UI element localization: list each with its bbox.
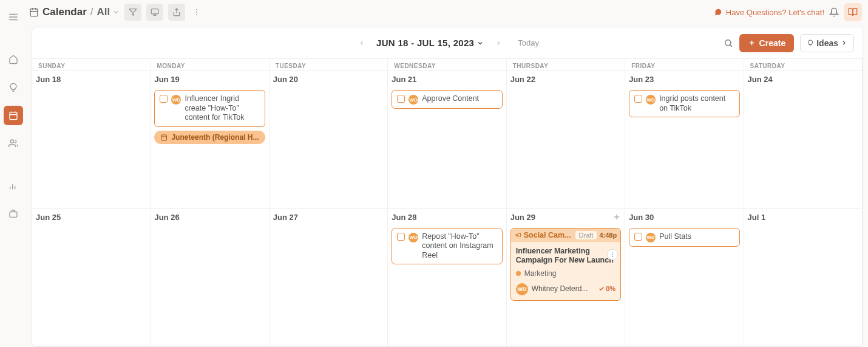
svg-point-21 — [196, 9, 197, 10]
day-header: SATURDAY — [744, 59, 863, 70]
more-button[interactable] — [190, 4, 203, 21]
search-button[interactable] — [724, 38, 733, 48]
calendar-day[interactable]: Jun 19WDInfluencer Ingrid create "How-To… — [151, 71, 269, 208]
task-text: Repost "How-To" content on Instagram Ree… — [422, 232, 497, 261]
assets-nav-icon[interactable] — [4, 204, 23, 224]
svg-point-32 — [612, 252, 613, 253]
calendar-day[interactable]: Jun 23WDIngrid posts content on TikTok — [625, 71, 744, 208]
svg-point-22 — [196, 12, 197, 13]
chat-link[interactable]: Have Questions? Let's chat! — [714, 8, 824, 17]
help-book-button[interactable] — [844, 3, 862, 21]
analytics-nav-icon[interactable] — [4, 176, 23, 196]
campaign-time: 4:48p — [599, 232, 617, 239]
calendar-day[interactable]: Jun 22 — [507, 71, 625, 208]
campaign-owner: Whitney Deterd... — [532, 284, 595, 293]
task-checkbox[interactable] — [397, 233, 405, 241]
calendar-nav-icon[interactable] — [4, 106, 23, 125]
calendar-container: JUN 18 - JUL 15, 2023 Today Create — [32, 27, 863, 347]
prev-range-button[interactable] — [356, 37, 368, 49]
ideas-button[interactable]: Ideas — [800, 34, 854, 52]
campaign-card[interactable]: Social Cam...Draft4:48pInfluencer Market… — [510, 228, 621, 301]
notifications-icon[interactable] — [829, 7, 839, 17]
ideas-button-label: Ideas — [816, 38, 838, 48]
svg-rect-28 — [161, 135, 167, 140]
svg-point-33 — [612, 254, 613, 255]
svg-point-34 — [612, 256, 613, 257]
topbar: Calendar / All Have Questions? Let's cha… — [27, 0, 868, 24]
day-date-label: Jul 1 — [748, 213, 858, 222]
create-button[interactable]: Create — [739, 34, 795, 52]
day-date-label: Jun 27 — [273, 213, 384, 222]
holiday-label: Juneteenth (Regional H... — [171, 133, 259, 142]
display-button[interactable] — [146, 4, 163, 21]
owner-avatar: WD — [516, 283, 528, 295]
task-checkbox[interactable] — [634, 95, 642, 103]
owner-avatar: WD — [409, 95, 418, 105]
calendar-day[interactable]: Jun 26 — [151, 209, 269, 346]
day-date-label: Jun 29 — [510, 213, 621, 222]
owner-avatar: WD — [646, 233, 656, 242]
breadcrumb-scope[interactable]: All — [97, 6, 110, 18]
day-date-label: Jun 25 — [36, 213, 146, 222]
day-date-label: Jun 19 — [154, 75, 265, 84]
task-card[interactable]: WDInfluencer Ingrid create "How-To" cont… — [154, 90, 265, 127]
share-button[interactable] — [168, 4, 185, 21]
day-header: WEDNESDAY — [388, 59, 506, 70]
chevron-down-icon[interactable] — [112, 9, 120, 16]
owner-avatar: WD — [171, 95, 181, 105]
calendar-day[interactable]: Jun 29Social Cam...Draft4:48pInfluencer … — [507, 209, 625, 346]
day-date-label: Jun 21 — [392, 75, 502, 84]
day-date-label: Jun 23 — [629, 75, 739, 84]
task-card[interactable]: WDPull Stats — [629, 228, 739, 247]
sidebar — [0, 0, 27, 347]
day-date-label: Jun 26 — [154, 213, 265, 222]
calendar-week: Jun 25Jun 26Jun 27Jun 28WDRepost "How-To… — [32, 209, 863, 347]
chevron-down-icon — [476, 40, 484, 47]
calendar-day[interactable]: Jul 1 — [744, 209, 863, 346]
day-date-label: Jun 18 — [36, 75, 146, 84]
campaign-progress: 0% — [598, 285, 615, 292]
filter-button[interactable] — [124, 4, 141, 21]
team-nav-icon[interactable] — [4, 134, 23, 153]
task-checkbox[interactable] — [160, 95, 168, 103]
breadcrumb: Calendar / All — [29, 6, 120, 18]
today-button[interactable]: Today — [518, 38, 539, 47]
day-date-label: Jun 24 — [748, 75, 858, 84]
day-header: TUESDAY — [270, 59, 388, 70]
calendar-day[interactable]: Jun 24 — [744, 71, 863, 208]
task-checkbox[interactable] — [634, 233, 642, 241]
holiday-pill[interactable]: Juneteenth (Regional H... — [154, 131, 265, 144]
campaign-more-button[interactable] — [607, 249, 618, 260]
calendar-day[interactable]: Jun 27 — [270, 209, 388, 346]
day-date-label: Jun 22 — [510, 75, 621, 84]
ideas-nav-icon[interactable] — [4, 78, 23, 97]
task-card[interactable]: WDApprove Content — [392, 90, 502, 109]
breadcrumb-title: Calendar — [42, 6, 87, 18]
date-range-selector[interactable]: JUN 18 - JUL 15, 2023 — [376, 38, 484, 48]
megaphone-icon — [515, 232, 521, 238]
calendar-day[interactable]: Jun 30WDPull Stats — [625, 209, 744, 346]
task-text: Approve Content — [422, 94, 479, 104]
add-item-button[interactable] — [612, 213, 621, 221]
chevron-right-icon — [841, 40, 847, 46]
svg-rect-3 — [10, 112, 17, 120]
menu-icon[interactable] — [4, 7, 23, 27]
svg-point-7 — [10, 140, 13, 143]
calendar-day[interactable]: Jun 25 — [32, 209, 151, 346]
calendar-day[interactable]: Jun 21WDApprove Content — [388, 71, 506, 208]
next-range-button[interactable] — [492, 37, 504, 49]
owner-avatar: WD — [409, 233, 418, 242]
svg-rect-17 — [151, 9, 158, 14]
plus-icon — [748, 39, 756, 47]
calendar-day[interactable]: Jun 20 — [270, 71, 388, 208]
home-icon[interactable] — [4, 50, 23, 69]
task-card[interactable]: WDIngrid posts content on TikTok — [629, 90, 739, 117]
task-card[interactable]: WDRepost "How-To" content on Instagram R… — [392, 228, 502, 265]
calendar-icon — [29, 7, 39, 17]
task-checkbox[interactable] — [397, 95, 405, 103]
calendar-day[interactable]: Jun 28WDRepost "How-To" content on Insta… — [388, 209, 506, 346]
calendar-icon — [160, 134, 168, 141]
day-header: THURSDAY — [507, 59, 625, 70]
calendar-day[interactable]: Jun 18 — [32, 71, 151, 208]
day-headers-row: SUNDAYMONDAYTUESDAYWEDNESDAYTHURSDAYFRID… — [32, 59, 863, 71]
